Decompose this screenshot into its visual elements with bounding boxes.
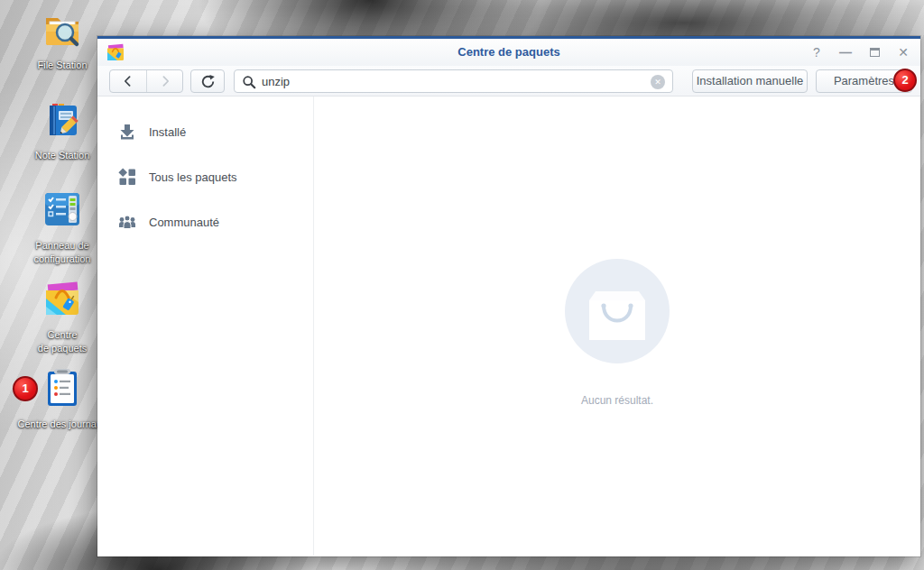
refresh-button[interactable] [190, 69, 225, 93]
sidebar-item-all-packages[interactable]: Tous les paquets [97, 159, 313, 195]
control-panel-icon [41, 188, 84, 231]
sidebar-item-label: Communauté [149, 216, 219, 229]
search-input[interactable] [262, 71, 641, 91]
sidebar-item-label: Tous les paquets [149, 170, 237, 184]
notification-badge: 1 [13, 376, 38, 401]
sidebar-item-community[interactable]: Communauté [97, 204, 313, 240]
clear-search-icon[interactable]: ✕ [651, 75, 665, 89]
refresh-icon [200, 74, 216, 89]
search-box: ✕ [234, 69, 673, 93]
close-icon[interactable]: ✕ [896, 45, 910, 60]
help-icon[interactable]: ? [809, 45, 824, 60]
package-center-window: Centre de paquets ? — ✕ [97, 36, 920, 556]
sidebar-item-installed[interactable]: Installé [97, 114, 313, 150]
empty-bag-icon [565, 259, 670, 363]
forward-button[interactable] [146, 70, 182, 92]
note-station-icon [41, 97, 84, 141]
window-titlebar[interactable]: Centre de paquets ? — ✕ [97, 39, 920, 66]
all-packages-grid-icon [117, 167, 137, 187]
back-button[interactable] [110, 70, 146, 92]
search-icon [242, 75, 256, 89]
settings-notification-badge: 2 [893, 69, 917, 92]
sidebar-item-label: Installé [149, 125, 186, 139]
window-title: Centre de paquets [97, 39, 920, 66]
chevron-left-icon [121, 74, 135, 88]
sidebar: Installé Tous les paquets [97, 97, 314, 556]
results-area: Aucun résultat. [314, 97, 920, 556]
package-center-icon [41, 277, 84, 320]
history-nav-group [109, 69, 183, 93]
toolbar: ✕ Installation manuelle Paramètres 2 [97, 66, 920, 97]
maximize-icon[interactable] [867, 45, 882, 60]
empty-state-text: Aucun résultat. [565, 394, 670, 407]
empty-state: Aucun résultat. [565, 259, 670, 407]
minimize-icon[interactable]: — [838, 45, 853, 60]
manual-install-button[interactable]: Installation manuelle [692, 69, 808, 93]
community-people-icon [117, 212, 137, 232]
chevron-right-icon [158, 74, 172, 88]
log-center-icon [41, 366, 84, 409]
file-station-icon [41, 7, 84, 51]
installed-download-icon [117, 122, 137, 142]
window-content: Installé Tous les paquets [97, 97, 920, 556]
